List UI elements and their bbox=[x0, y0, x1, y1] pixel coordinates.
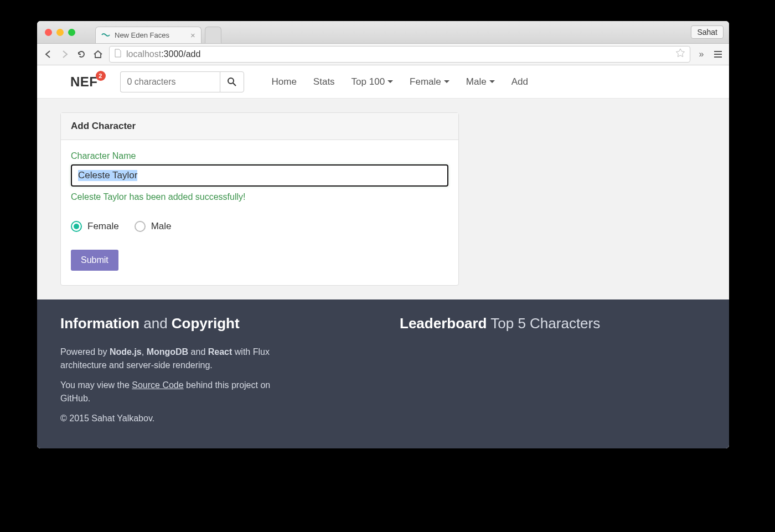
svg-point-0 bbox=[228, 78, 234, 84]
character-name-label: Character Name bbox=[71, 151, 448, 161]
panel-body: Character Name Celeste Taylor has been a… bbox=[61, 140, 458, 285]
app-navbar: NEF 2 Home Stats Top 100 Female Male Add bbox=[37, 65, 729, 99]
search-input[interactable] bbox=[120, 71, 220, 92]
footer-source-line: You may view the Source Code behind this… bbox=[60, 379, 298, 405]
page-content: NEF 2 Home Stats Top 100 Female Male Add… bbox=[37, 65, 729, 448]
hamburger-menu-icon[interactable] bbox=[712, 49, 724, 60]
character-name-input[interactable] bbox=[71, 164, 448, 187]
footer-info-strong2: Copyright bbox=[172, 315, 240, 332]
close-tab-icon[interactable]: × bbox=[190, 30, 195, 40]
chevron-down-icon bbox=[444, 80, 450, 83]
footer: Information and Copyright Powered by Nod… bbox=[37, 299, 729, 448]
main-content: Add Character Character Name Celeste Tay… bbox=[37, 99, 729, 299]
traffic-lights bbox=[45, 29, 75, 36]
radio-dot-icon bbox=[71, 221, 82, 232]
user-profile-badge[interactable]: Sahat bbox=[691, 25, 724, 39]
footer-leaderboard-heading: Leaderboard Top 5 Characters bbox=[400, 315, 706, 332]
nav-links: Home Stats Top 100 Female Male Add bbox=[272, 76, 528, 87]
title-bar: New Eden Faces × Sahat bbox=[37, 21, 729, 44]
close-window-icon[interactable] bbox=[45, 29, 52, 36]
footer-powered-by: Powered by Node.js, MongoDB and React wi… bbox=[60, 345, 298, 372]
page-icon bbox=[114, 49, 122, 60]
nav-stats[interactable]: Stats bbox=[313, 76, 335, 87]
chevron-down-icon bbox=[388, 80, 393, 83]
chevron-down-icon bbox=[489, 80, 495, 83]
nav-male-label: Male bbox=[466, 76, 487, 87]
notification-badge: 2 bbox=[96, 71, 106, 81]
minimize-window-icon[interactable] bbox=[56, 29, 64, 36]
nav-home[interactable]: Home bbox=[272, 76, 297, 87]
overflow-chevron-icon[interactable]: » bbox=[696, 49, 707, 60]
gender-male-radio[interactable]: Male bbox=[135, 221, 172, 232]
url-port: :3000 bbox=[161, 49, 183, 59]
brand-logo[interactable]: NEF 2 bbox=[70, 74, 98, 90]
forward-button[interactable] bbox=[59, 49, 70, 60]
search-button[interactable] bbox=[220, 71, 244, 92]
browser-toolbar: localhost:3000/add » bbox=[37, 44, 729, 65]
footer-copyright: © 2015 Sahat Yalkabov. bbox=[60, 412, 298, 425]
footer-lead-sub: Top 5 Characters bbox=[487, 315, 601, 332]
gender-male-label: Male bbox=[151, 221, 172, 232]
footer-info-mid: and bbox=[140, 315, 172, 332]
footer-lead-strong: Leaderboard bbox=[400, 315, 487, 332]
add-character-panel: Add Character Character Name Celeste Tay… bbox=[60, 112, 459, 286]
search-group bbox=[120, 71, 244, 92]
nav-top100-label: Top 100 bbox=[352, 76, 385, 87]
gender-female-radio[interactable]: Female bbox=[71, 221, 119, 232]
nav-female-label: Female bbox=[410, 76, 441, 87]
url-display: localhost:3000/add bbox=[126, 49, 200, 59]
browser-tabs: New Eden Faces × bbox=[95, 21, 221, 43]
browser-tab-active[interactable]: New Eden Faces × bbox=[95, 27, 202, 43]
reload-button[interactable] bbox=[76, 49, 87, 60]
submit-button[interactable]: Submit bbox=[71, 250, 118, 271]
nav-male[interactable]: Male bbox=[466, 76, 495, 87]
tab-title: New Eden Faces bbox=[115, 31, 169, 39]
radio-dot-icon bbox=[135, 221, 146, 232]
bookmark-star-icon[interactable] bbox=[675, 48, 685, 60]
favicon-icon bbox=[101, 32, 110, 38]
url-path: /add bbox=[183, 49, 200, 59]
nav-female[interactable]: Female bbox=[410, 76, 450, 87]
url-host: localhost bbox=[126, 49, 161, 59]
nav-top100[interactable]: Top 100 bbox=[352, 76, 394, 87]
footer-leaderboard-col: Leaderboard Top 5 Characters bbox=[400, 315, 706, 432]
gender-radios: Female Male bbox=[71, 221, 448, 232]
maximize-window-icon[interactable] bbox=[68, 29, 75, 36]
brand-text: NEF bbox=[70, 74, 98, 89]
footer-info-col: Information and Copyright Powered by Nod… bbox=[60, 315, 366, 432]
address-bar[interactable]: localhost:3000/add bbox=[109, 46, 690, 63]
new-tab-button[interactable] bbox=[205, 27, 221, 43]
source-code-link[interactable]: Source Code bbox=[132, 380, 183, 390]
success-message: Celeste Taylor has been added successful… bbox=[71, 192, 448, 202]
browser-window: New Eden Faces × Sahat localhost:3000/ad… bbox=[37, 21, 729, 448]
back-button[interactable] bbox=[43, 49, 54, 60]
footer-info-strong1: Information bbox=[60, 315, 140, 332]
home-button[interactable] bbox=[92, 49, 104, 60]
panel-title: Add Character bbox=[61, 113, 458, 140]
footer-info-heading: Information and Copyright bbox=[60, 315, 366, 332]
nav-add[interactable]: Add bbox=[512, 76, 528, 87]
gender-female-label: Female bbox=[87, 221, 119, 232]
